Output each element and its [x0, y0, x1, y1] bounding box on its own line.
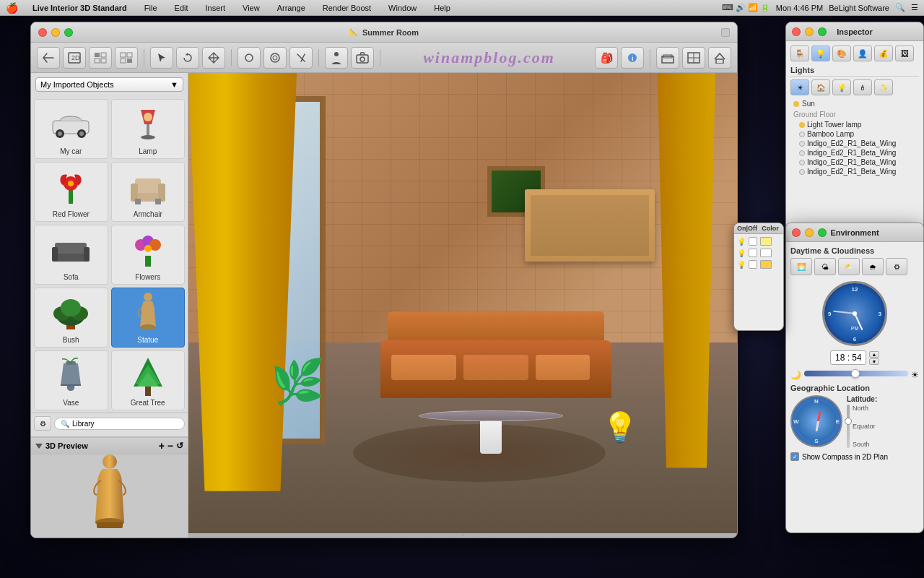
env-settings-btn[interactable]: ⚙ [886, 258, 907, 275]
toolbar-floor-btn[interactable] [656, 47, 679, 69]
menu-insert[interactable]: Insert [203, 4, 229, 12]
toolbar-circle-btn[interactable] [237, 47, 261, 69]
toolbar-rotate-btn[interactable] [176, 47, 199, 69]
window-zoom-btn[interactable] [721, 28, 730, 37]
toolbar-house-btn[interactable] [708, 47, 731, 69]
apple-menu[interactable]: 🍎 [6, 2, 18, 14]
env-cloud-btn[interactable]: ⛅ [838, 258, 860, 275]
menu-help[interactable]: Help [431, 4, 453, 12]
menu-edit[interactable]: Edit [172, 4, 191, 12]
sidebar-item-bush[interactable]: Bush [34, 288, 108, 348]
sidebar-item-statue[interactable]: Statue [111, 288, 186, 348]
light-item-0[interactable]: Light Tower lamp [790, 120, 919, 129]
menu-view[interactable]: View [240, 4, 263, 12]
light-item-3[interactable]: Indigo_Ed2_R1_Beta_Wing [790, 148, 919, 158]
svg-rect-3 [101, 53, 106, 57]
menu-arrange[interactable]: Arrange [274, 4, 308, 12]
svg-point-26 [58, 131, 62, 136]
toolbar-bag-btn[interactable]: 🎒 [595, 47, 618, 69]
menubar-menu-icon[interactable]: ☰ [911, 3, 918, 12]
sidebar-item-greattree[interactable]: Great Tree [111, 350, 186, 410]
light-item-1[interactable]: Bamboo Lamp [790, 129, 919, 139]
inspector-close[interactable] [792, 27, 801, 36]
light-dot-5 [799, 169, 805, 175]
inspector-tab-objects[interactable]: 🪑 [790, 46, 809, 61]
menu-window[interactable]: Window [385, 4, 419, 12]
inspector-minimize[interactable] [805, 27, 814, 36]
redflower-label: Red Flower [53, 210, 90, 218]
onoff-1[interactable] [749, 249, 757, 257]
time-up-btn[interactable]: ▲ [869, 351, 879, 358]
light-item-5[interactable]: Indigo_Ed2_R1_Beta_Wing [790, 167, 919, 176]
toolbar-move-btn[interactable] [202, 47, 225, 69]
lights-spot-btn[interactable]: 💡 [832, 79, 851, 95]
toolbar-person-btn[interactable] [325, 47, 348, 69]
onoff-2[interactable] [749, 260, 757, 269]
window-title-text: Summer Room [362, 28, 419, 37]
window-maximize[interactable] [64, 28, 73, 37]
toolbar-view1-btn[interactable] [89, 47, 112, 69]
light-item-2[interactable]: Indigo_Ed2_R1_Beta_Wing [790, 139, 919, 148]
sidebar-item-redflower[interactable]: Red Flower [34, 162, 108, 222]
coffee-table [419, 410, 563, 454]
preview-zoom-in[interactable]: + [159, 440, 165, 452]
window-minimize[interactable] [51, 28, 60, 37]
color-swatch-2[interactable] [760, 260, 772, 269]
inspector-tab-person[interactable]: 👤 [853, 46, 872, 61]
lat-track[interactable] [847, 405, 850, 448]
toolbar-grid-btn[interactable] [682, 47, 705, 69]
bush-label: Bush [63, 336, 79, 344]
menu-renderbst[interactable]: Render Boost [320, 4, 374, 12]
lights-add-btn[interactable]: ✨ [874, 79, 893, 95]
env-rain-btn[interactable]: 🌧 [862, 258, 884, 275]
sidebar-item-sofa[interactable]: Sofa [34, 225, 108, 285]
toolbar-2d-btn[interactable]: 2D [63, 47, 86, 69]
toolbar-ring-btn[interactable] [263, 47, 287, 69]
toolbar-arrow-btn[interactable] [289, 47, 313, 69]
inspector-tab-material[interactable]: 🎨 [832, 46, 851, 61]
color-swatch-0[interactable] [760, 237, 772, 246]
inspector-tab-price[interactable]: 💰 [874, 46, 893, 61]
sun-item[interactable]: Sun [790, 98, 919, 109]
sidebar-dropdown[interactable]: My Imported Objects ▼ [35, 77, 183, 92]
menu-file[interactable]: File [141, 4, 160, 12]
time-input[interactable] [830, 350, 866, 365]
env-day-btn[interactable]: 🌤 [814, 258, 836, 275]
resize-handle[interactable]: ⋮ [188, 533, 737, 538]
env-maximize[interactable] [818, 228, 827, 237]
menubar-search-icon[interactable]: 🔍 [895, 3, 905, 12]
toolbar-camera-btn[interactable] [351, 47, 374, 69]
sidebar-item-lamp[interactable]: Lamp [111, 99, 186, 159]
preview-collapse-icon[interactable] [35, 444, 43, 449]
env-minimize[interactable] [805, 228, 814, 237]
inspector-maximize[interactable] [818, 27, 827, 36]
toolbar-cursor-btn[interactable] [150, 47, 173, 69]
onoff-0[interactable] [749, 237, 757, 246]
time-down-btn[interactable]: ▼ [869, 358, 879, 365]
search-bar[interactable]: 🔍 Library [54, 418, 185, 430]
sidebar-item-flowers[interactable]: Flowers [111, 225, 186, 285]
brightness-slider[interactable] [804, 371, 908, 376]
inspector-tab-image[interactable]: 🖼 [895, 46, 914, 61]
app-name[interactable]: Live Interior 3D Standard [30, 4, 130, 12]
light-item-4[interactable]: Indigo_Ed2_R1_Beta_Wing [790, 158, 919, 167]
env-close[interactable] [792, 228, 801, 237]
toolbar-back-btn[interactable] [37, 47, 60, 69]
sidebar-item-vase[interactable]: Vase [34, 350, 108, 410]
compass-checkbox[interactable]: ✓ [790, 452, 799, 461]
env-sunrise-btn[interactable]: 🌅 [790, 258, 812, 275]
sidebar-item-mycar[interactable]: My car [34, 99, 108, 159]
lights-room-btn[interactable]: 🏠 [811, 79, 830, 95]
inspector-tab-lights[interactable]: 💡 [811, 46, 830, 61]
preview-reset[interactable]: ↺ [176, 441, 183, 451]
lights-candle-btn[interactable]: 🕯 [853, 79, 872, 95]
sidebar-item-armchair[interactable]: Armchair [111, 162, 186, 222]
preview-zoom-out[interactable]: − [167, 440, 173, 452]
window-close[interactable] [38, 28, 47, 37]
color-swatch-1[interactable] [760, 249, 772, 257]
sidebar-settings-btn[interactable]: ⚙ [34, 416, 51, 431]
clock-face: 12 3 6 9 PM [822, 281, 887, 346]
toolbar-view2-btn[interactable] [115, 47, 138, 69]
lights-sun-btn[interactable]: ☀ [790, 79, 809, 95]
toolbar-info-btn[interactable]: i [621, 47, 644, 69]
